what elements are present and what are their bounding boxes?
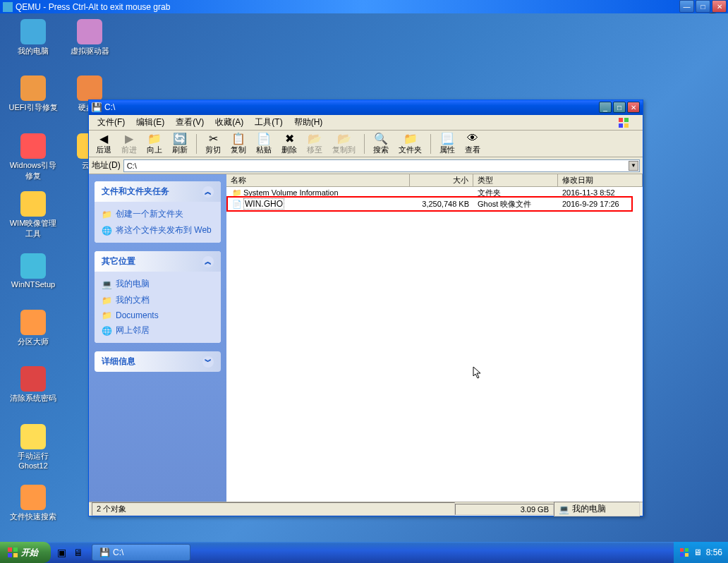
desktop-icon[interactable]: 分区大师 (8, 310, 58, 347)
desktop-icon[interactable]: Widnows引导修复 (8, 133, 58, 181)
maximize-button[interactable]: □ (613, 102, 626, 113)
drive-icon: 💾 (92, 102, 102, 112)
moveto-button[interactable]: 📂移至 (303, 131, 327, 157)
clock[interactable]: 8:56 (706, 547, 722, 557)
cut-button[interactable]: ✂剪切 (201, 131, 225, 157)
file-icon: 📄 (232, 199, 242, 209)
qemu-minimize-button[interactable]: — (679, 0, 694, 13)
copy-button[interactable]: 📋复制 (226, 131, 250, 157)
view-button[interactable]: 👁查看 (461, 131, 485, 157)
menu-view[interactable]: 查看(V) (170, 115, 210, 130)
forward-button[interactable]: ▶前进 (117, 131, 141, 157)
refresh-button[interactable]: 🔄刷新 (168, 131, 192, 157)
desktop-icon-label: UEFI引导修复 (8, 102, 58, 113)
desktop-icon-label: 文件快速搜索 (8, 511, 58, 522)
desktop-icon[interactable]: WIM映像管理工具 (8, 191, 58, 239)
sidebar-item-publish-web[interactable]: 🌐将这个文件夹发布到 Web (102, 222, 214, 238)
app-icon (20, 310, 46, 335)
system-tray[interactable]: 🖥 8:56 (674, 542, 728, 563)
copyto-button[interactable]: 📂复制到 (328, 131, 360, 157)
app-icon (20, 133, 46, 159)
menu-help[interactable]: 帮助(H) (289, 115, 329, 130)
desktop-icon-label: 我的电脑 (8, 46, 58, 56)
explorer-titlebar[interactable]: 💾 C:\ _ □ ✕ (89, 99, 643, 115)
address-input[interactable] (123, 159, 640, 172)
file-row[interactable]: 📁System Volume Information文件夹2016-11-3 8… (226, 187, 643, 198)
desktop[interactable]: 我的电脑虚拟驱动器UEFI引导修复硬盘检Widnows引导修复云骑WIM映像管理… (0, 13, 728, 542)
desktop-icon-label: 虚拟驱动器 (65, 46, 114, 56)
tray-icon-2[interactable]: 🖥 (693, 547, 702, 557)
panel-details-header[interactable]: 详细信息 ︾ (95, 351, 221, 372)
sidebar-item-network[interactable]: 🌐网上邻居 (102, 322, 214, 339)
statusbar: 2 个对象 3.09 GB 💻我的电脑 (89, 502, 643, 516)
menu-tools[interactable]: 工具(T) (249, 115, 288, 130)
windows-flag-icon (7, 547, 18, 558)
explorer-title: C:\ (104, 102, 115, 112)
desktop-icon-label: Widnows引导修复 (8, 160, 58, 181)
folders-button[interactable]: 📁文件夹 (394, 131, 426, 157)
menubar: 文件(F) 编辑(E) 查看(V) 收藏(A) 工具(T) 帮助(H) (89, 115, 643, 131)
desktop-icon[interactable]: 手动运行Ghost12 (8, 424, 58, 470)
desktop-icon[interactable]: 我的电脑 (8, 19, 58, 56)
col-size[interactable]: 大小 (410, 174, 473, 186)
menu-edit[interactable]: 编辑(E) (131, 115, 170, 130)
sidebar-item-mydocs[interactable]: 📁我的文档 (102, 292, 214, 308)
sidebar-item-mycomputer[interactable]: 💻我的电脑 (102, 276, 214, 292)
address-dropdown-icon[interactable]: ▼ (629, 161, 638, 171)
status-location: 💻我的电脑 (554, 502, 640, 516)
file-row[interactable]: 📄WIN.GHO3,250,748 KBGhost 映像文件2016-9-29 … (226, 198, 643, 210)
desktop-icon[interactable]: UEFI引导修复 (8, 75, 58, 113)
app-icon (20, 75, 46, 101)
up-button[interactable]: 📁向上 (142, 131, 166, 157)
chevron-up-icon: ︽ (202, 186, 214, 198)
desktop-icon-label: 分区大师 (8, 337, 58, 347)
svg-rect-9 (685, 548, 688, 552)
paste-button[interactable]: 📄粘贴 (252, 131, 276, 157)
desktop-icon[interactable]: WinNTSetup (8, 253, 58, 289)
folder-plus-icon: 📁 (102, 210, 111, 219)
svg-rect-11 (685, 553, 688, 557)
search-button[interactable]: 🔍搜索 (369, 131, 393, 157)
back-button[interactable]: ◀后退 (92, 131, 116, 157)
col-date[interactable]: 修改日期 (558, 174, 643, 186)
panel-details: 详细信息 ︾ (95, 351, 221, 372)
column-headers: 名称 大小 类型 修改日期 (226, 174, 643, 187)
desktop-icon-label: 手动运行Ghost12 (8, 451, 58, 470)
taskbar-item-explorer[interactable]: 💾 C:\ (92, 544, 190, 561)
start-button[interactable]: 开始 (0, 542, 51, 563)
app-icon (77, 19, 102, 44)
qemu-title-text: QEMU - Press Ctrl-Alt to exit mouse grab (16, 2, 170, 12)
app-icon (20, 424, 46, 449)
taskbar: 开始 ▣ 🖥 💾 C:\ 🖥 8:56 (0, 542, 728, 563)
svg-rect-6 (8, 553, 12, 557)
drive-icon: 💾 (99, 547, 110, 557)
panel-other-header[interactable]: 其它位置 ︽ (95, 251, 221, 272)
menu-file[interactable]: 文件(F) (92, 115, 131, 130)
qemu-titlebar: QEMU - Press Ctrl-Alt to exit mouse grab… (0, 0, 728, 13)
app-icon (77, 75, 102, 101)
sidebar-item-new-folder[interactable]: 📁创建一个新文件夹 (102, 206, 214, 222)
minimize-button[interactable]: _ (599, 102, 612, 113)
close-button[interactable]: ✕ (627, 102, 640, 113)
desktop-icon[interactable]: 文件快速搜索 (8, 485, 58, 522)
properties-button[interactable]: 📃属性 (435, 131, 459, 157)
delete-button[interactable]: ✖删除 (277, 131, 301, 157)
panel-tasks-header[interactable]: 文件和文件夹任务 ︽ (95, 181, 221, 202)
sidebar-item-documents[interactable]: 📁Documents (102, 308, 214, 322)
menu-favorites[interactable]: 收藏(A) (210, 115, 249, 130)
tray-icon-1[interactable] (679, 547, 689, 557)
quicklaunch-desktop[interactable]: 🖥 (71, 545, 86, 560)
qemu-close-button[interactable]: ✕ (712, 0, 727, 13)
desktop-icon[interactable]: 虚拟驱动器 (65, 19, 114, 56)
col-type[interactable]: 类型 (473, 174, 558, 186)
svg-rect-3 (624, 123, 629, 128)
svg-rect-8 (680, 548, 684, 552)
desktop-icon-label: 清除系统密码 (8, 393, 58, 404)
toolbar: ◀后退 ▶前进 📁向上 🔄刷新 ✂剪切 📋复制 📄粘贴 ✖删除 📂移至 📂复制到… (89, 131, 643, 157)
col-name[interactable]: 名称 (226, 174, 410, 186)
status-size: 3.09 GB (455, 504, 554, 515)
desktop-icon[interactable]: 清除系统密码 (8, 366, 58, 404)
qemu-maximize-button[interactable]: □ (696, 0, 710, 13)
quicklaunch-terminal[interactable]: ▣ (54, 545, 69, 560)
svg-rect-0 (619, 118, 623, 122)
